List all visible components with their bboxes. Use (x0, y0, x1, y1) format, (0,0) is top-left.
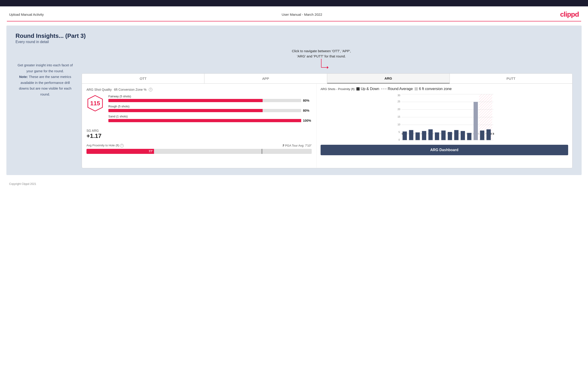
bar-track-sand: 100% (108, 119, 312, 122)
legend-sq-light (415, 87, 418, 91)
svg-rect-33 (461, 131, 465, 140)
legend-round-avg: Round Average (381, 87, 413, 91)
section-title: Round Insights... (Part 3) (16, 32, 572, 39)
bar-bg-rough (108, 109, 301, 112)
avg-prox-section: Avg Proximity to Hole (ft) ? ⁋ PGA Tour … (86, 144, 312, 154)
bar-pct-rough: 80% (303, 109, 312, 112)
legend-up-down-label: Up & Down (361, 87, 379, 91)
bar-label-rough: Rough (5 shots) (108, 105, 312, 108)
bar-pct-sand: 100% (303, 119, 312, 122)
legend-up-down: Up & Down (356, 87, 379, 91)
svg-rect-34 (467, 133, 471, 140)
arg-dashboard-button[interactable]: ARG Dashboard (320, 145, 568, 155)
top-bar (0, 0, 588, 6)
svg-rect-31 (448, 132, 452, 140)
bar-label-fairway: Fairway (5 shots) (108, 95, 312, 98)
section-subtitle: Every round in detail (16, 40, 572, 44)
svg-text:15: 15 (398, 116, 400, 118)
tab-putt[interactable]: PUTT (450, 74, 572, 83)
svg-rect-37 (486, 129, 491, 140)
chart-area: 0 5 10 15 20 25 30 (320, 92, 568, 142)
bar-track-rough: 80% (108, 109, 312, 112)
annotation-box: Click to navigate between 'OTT', 'APP', … (292, 49, 351, 73)
svg-rect-26 (415, 133, 420, 140)
svg-rect-36 (480, 131, 484, 140)
bar-fill-sand (108, 119, 301, 122)
help-icon[interactable]: ? (149, 88, 152, 92)
bar-bg-fairway (108, 99, 301, 102)
main-content: Round Insights... (Part 3) Every round i… (6, 25, 582, 175)
tab-ott[interactable]: OTT (82, 74, 204, 83)
right-panel: Click to navigate between 'OTT', 'APP', … (82, 49, 572, 168)
card-right: ARG Shots - Proximity (ft) Up & Down Rou… (316, 84, 572, 168)
content-row: Get greater insight into each facet of y… (16, 49, 572, 168)
svg-rect-27 (422, 131, 426, 140)
bar-pct-fairway: 80% (303, 99, 312, 102)
chart-title: ARG Shots - Proximity (ft) (320, 87, 355, 91)
svg-text:10: 10 (398, 123, 400, 126)
svg-rect-24 (403, 132, 407, 140)
tab-app[interactable]: APP (204, 74, 327, 83)
svg-rect-30 (441, 131, 446, 140)
legend-round-avg-label: Round Average (388, 87, 413, 91)
bar-label-sand: Sand (1 shots) (108, 115, 312, 118)
annotation-line2: 'ARG' and 'PUTT' for that round. (292, 54, 351, 59)
tab-arg[interactable]: ARG (327, 74, 450, 83)
legend-sq-dark (356, 87, 360, 91)
svg-text:30: 30 (398, 94, 400, 97)
svg-text:0: 0 (398, 139, 400, 141)
svg-marker-2 (327, 66, 329, 69)
footer: Copyright Clippd 2021 (0, 179, 588, 189)
logo: clippd (560, 10, 579, 18)
bar-fill-rough (108, 109, 263, 112)
card-body: ARG Shot Quality 6ft Conversion Zone % ?… (82, 84, 572, 168)
sg-arg-label: SG ARG (86, 129, 312, 133)
left-panel: Get greater insight into each facet of y… (16, 49, 75, 97)
sg-arg-section: SG ARG +1.17 (86, 129, 312, 140)
manual-date-label: User Manual - March 2022 (282, 13, 322, 17)
conversion-label: 6ft Conversion Zone % (114, 88, 147, 92)
tabs-row: OTT APP ARG PUTT (82, 74, 572, 84)
copyright-text: Copyright Clippd 2021 (9, 182, 36, 185)
bars-section: Fairway (5 shots) 80% Rou (108, 95, 312, 125)
avg-prox-help-icon[interactable]: ? (120, 144, 124, 148)
avg-prox-label: Avg Proximity to Hole (ft) ? (86, 144, 124, 148)
avg-prox-value: 77' (148, 150, 153, 153)
card-left: ARG Shot Quality 6ft Conversion Zone % ?… (82, 84, 316, 168)
legend-conversion-label: 6 ft conversion zone (419, 87, 451, 91)
bar-fairway: Fairway (5 shots) 80% (108, 95, 312, 102)
svg-rect-35 (474, 102, 478, 140)
left-info-text: Get greater insight into each facet of y… (16, 62, 75, 97)
svg-text:25: 25 (398, 100, 400, 103)
bar-bg-sand (108, 119, 301, 122)
sg-arg-value: +1.17 (86, 133, 312, 140)
shot-quality-label: ARG Shot Quality (86, 88, 112, 92)
hexagon-wrap: 115 Fairway (5 shots) (86, 95, 312, 125)
pga-avg-label: ⁋ PGA Tour Avg: 7'10" (283, 144, 312, 147)
upload-manual-label[interactable]: Upload Manual Activity (9, 13, 44, 17)
main-card: OTT APP ARG PUTT ARG Shot Quality 6ft Co… (82, 73, 572, 168)
header: Upload Manual Activity User Manual - Mar… (0, 6, 588, 21)
header-divider (7, 21, 581, 21)
avg-prox-row: Avg Proximity to Hole (ft) ? ⁋ PGA Tour … (86, 144, 312, 148)
legend-dash (381, 89, 387, 89)
svg-text:8: 8 (493, 133, 494, 135)
avg-prox-bar-fill: 77' (86, 149, 154, 154)
svg-rect-25 (409, 130, 413, 140)
chart-svg: 0 5 10 15 20 25 30 (320, 92, 568, 142)
chart-header: ARG Shots - Proximity (ft) Up & Down Rou… (320, 87, 568, 91)
svg-rect-32 (454, 130, 458, 140)
legend-conversion-zone: 6 ft conversion zone (415, 87, 451, 91)
bar-sand: Sand (1 shots) 100% (108, 115, 312, 122)
hex-value: 115 (90, 100, 100, 107)
svg-rect-28 (428, 129, 432, 140)
svg-rect-29 (435, 133, 439, 140)
avg-prox-bar: 77' (86, 149, 312, 154)
bar-fill-fairway (108, 99, 263, 102)
hexagon: 115 (86, 95, 104, 112)
annotation-arrow (312, 59, 330, 73)
bar-track-fairway: 80% (108, 99, 312, 102)
annotation-line1: Click to navigate between 'OTT', 'APP', (292, 49, 351, 54)
bar-rough: Rough (5 shots) 80% (108, 105, 312, 112)
svg-text:5: 5 (398, 131, 400, 133)
